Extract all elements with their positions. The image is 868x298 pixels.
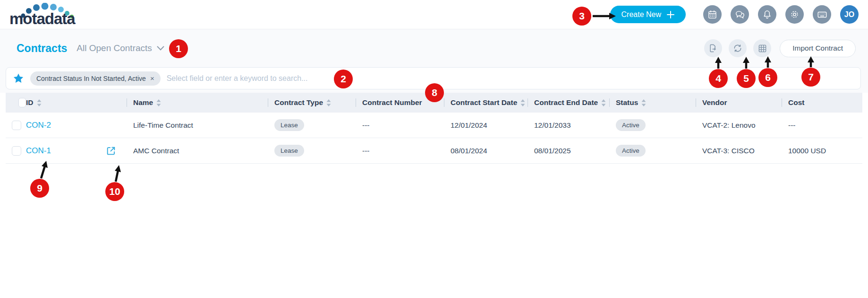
column-header-status[interactable]: Status	[609, 93, 696, 113]
contract-id-link[interactable]: CON-2	[26, 121, 127, 130]
refresh-button[interactable]	[729, 39, 747, 57]
column-header-start-date[interactable]: Contract Start Date	[444, 93, 528, 113]
table-row[interactable]: CON-2 Life-Time Contract Lease --- 12/01…	[6, 113, 862, 138]
top-header: motadata Create New	[0, 0, 868, 29]
cost-cell: ---	[782, 121, 862, 130]
contracts-table: ID Name Contract Type Contract Number Co…	[6, 93, 862, 164]
annotation-badge-9: 9	[30, 179, 49, 198]
column-settings-button[interactable]	[753, 39, 771, 57]
contract-number-cell: ---	[356, 147, 444, 155]
refresh-icon	[733, 44, 742, 53]
type-badge: Lease	[274, 145, 304, 157]
title-bar: Contracts All Open Contracts	[0, 29, 868, 67]
end-date-cell: 08/01/2025	[528, 147, 609, 155]
contract-name-cell: AMC Contract	[127, 147, 268, 155]
favorite-star-icon[interactable]	[13, 73, 24, 84]
vendor-cell: VCAT-2: Lenovo	[696, 121, 782, 130]
list-toolbar: Import Contract	[704, 39, 856, 57]
annotation-badge-4: 4	[709, 69, 728, 88]
keyboard-shortcuts-button[interactable]	[813, 5, 831, 24]
table-row[interactable]: CON-1 AMC Contract Lease --- 08/01/2024 …	[6, 138, 862, 164]
gear-icon	[790, 9, 800, 19]
avatar-initials: JO	[844, 10, 854, 19]
filter-chip[interactable]: Contract Status In Not Started, Active ×	[30, 71, 161, 86]
chip-remove-icon[interactable]: ×	[150, 74, 154, 82]
sort-icon[interactable]	[156, 99, 161, 106]
create-new-button[interactable]: Create New	[610, 6, 686, 23]
status-cell: Active	[609, 119, 696, 131]
sort-icon[interactable]	[326, 99, 331, 106]
filter-chip-label: Contract Status In Not Started, Active	[36, 75, 146, 82]
status-badge: Active	[616, 145, 646, 157]
plus-icon	[667, 11, 674, 18]
column-header-id[interactable]: ID	[26, 93, 127, 113]
bell-icon	[762, 9, 772, 19]
sort-icon[interactable]	[520, 99, 525, 106]
chat-button[interactable]	[731, 5, 749, 24]
app-root: motadata Create New	[0, 0, 868, 298]
cost-cell: 10000 USD	[782, 147, 862, 155]
sort-icon[interactable]	[641, 99, 646, 106]
settings-button[interactable]	[785, 5, 804, 24]
topbar-actions: Create New	[610, 5, 859, 24]
annotation-badge-7: 7	[801, 68, 820, 87]
user-avatar[interactable]: JO	[840, 5, 859, 24]
annotation-badge-8: 8	[425, 83, 444, 102]
contract-id-link[interactable]: CON-1	[26, 146, 127, 156]
import-contract-button[interactable]: Import Contract	[780, 40, 856, 57]
import-contract-label: Import Contract	[792, 44, 843, 52]
open-in-new-tab-button[interactable]	[106, 146, 116, 156]
vendor-cell: VCAT-3: CISCO	[696, 147, 782, 155]
create-new-label: Create New	[621, 10, 661, 19]
search-input[interactable]: Select field or enter a keyword to searc…	[167, 74, 308, 83]
row-checkbox[interactable]	[12, 121, 21, 130]
page-title: Contracts	[17, 42, 67, 55]
row-checkbox[interactable]	[12, 146, 21, 156]
grid-icon	[758, 44, 767, 53]
column-header-contract-type[interactable]: Contract Type	[268, 93, 356, 113]
logo-text: motadata	[9, 10, 75, 28]
column-header-name[interactable]: Name	[127, 93, 268, 113]
sort-icon[interactable]	[601, 99, 606, 106]
notifications-button[interactable]	[758, 5, 776, 24]
export-icon	[708, 44, 718, 53]
annotation-badge-10: 10	[105, 182, 124, 201]
calendar-icon	[707, 9, 717, 19]
select-all-checkbox[interactable]	[18, 98, 26, 107]
motadata-logo: motadata	[9, 2, 90, 29]
external-link-icon	[106, 146, 116, 156]
annotation-badge-6: 6	[758, 68, 777, 87]
contract-type-cell: Lease	[268, 119, 356, 131]
header-checkbox-cell	[6, 93, 26, 113]
end-date-cell: 12/01/2033	[528, 121, 609, 130]
contract-number-cell: ---	[356, 121, 444, 130]
annotation-badge-5: 5	[737, 69, 756, 88]
export-button[interactable]	[704, 39, 722, 57]
chevron-down-icon	[157, 46, 164, 51]
calendar-button[interactable]	[703, 5, 722, 24]
start-date-cell: 08/01/2024	[444, 147, 528, 155]
view-selector-dropdown[interactable]: All Open Contracts	[77, 43, 164, 53]
type-badge: Lease	[274, 119, 304, 131]
status-badge: Active	[616, 119, 646, 131]
contract-name-cell: Life-Time Contract	[127, 121, 268, 130]
view-selector-label: All Open Contracts	[77, 43, 152, 53]
annotation-badge-1: 1	[169, 39, 188, 58]
sort-icon[interactable]	[37, 99, 42, 106]
column-header-cost[interactable]: Cost	[782, 93, 862, 113]
column-header-vendor[interactable]: Vendor	[696, 93, 782, 113]
keyboard-icon	[817, 9, 827, 20]
chat-icon	[735, 9, 745, 20]
status-cell: Active	[609, 145, 696, 157]
contract-type-cell: Lease	[268, 145, 356, 157]
annotation-badge-2: 2	[334, 70, 353, 88]
column-header-end-date[interactable]: Contract End Date	[528, 93, 609, 113]
annotation-badge-3: 3	[572, 7, 591, 26]
start-date-cell: 12/01/2024	[444, 121, 528, 130]
